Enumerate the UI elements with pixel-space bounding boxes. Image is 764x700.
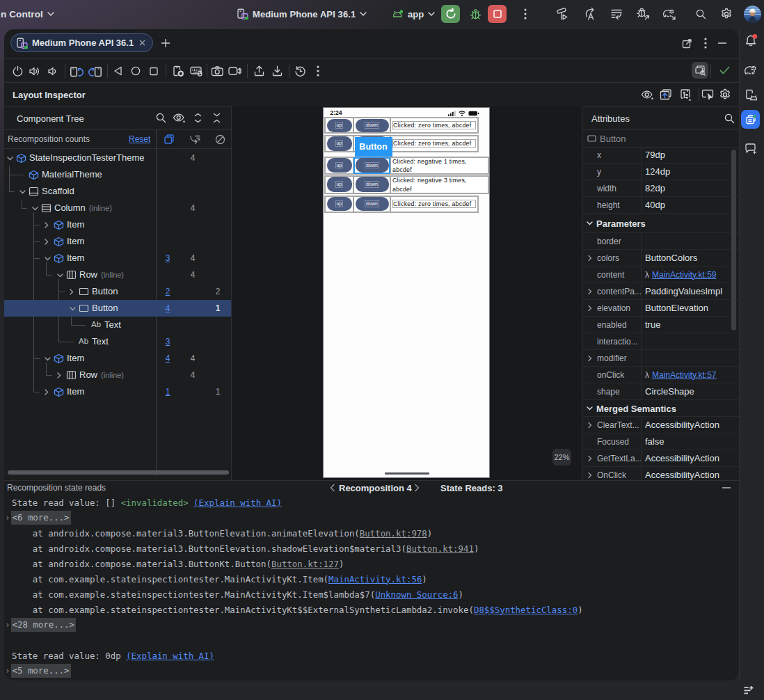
attribute-row-OnClick[interactable]: OnClick AccessibilityAction [582,467,739,480]
up-button-bounds[interactable]: up [325,176,353,193]
attribute-row-elevation[interactable]: elevation ButtonElevation [582,300,739,317]
hardware-input-icon[interactable] [187,59,205,83]
tree-expand-chevron-icon[interactable] [70,307,76,311]
source-link[interactable]: MainActivity.kt:56 [328,574,422,584]
attribute-row-modifier[interactable]: modifier [582,350,739,367]
tab-medium-phone[interactable]: Medium Phone API 36.1 [10,33,153,52]
camera-icon[interactable] [208,59,226,83]
tree-expand-chevron-icon[interactable] [32,207,38,211]
source-link[interactable]: MainActivity.kt:59 [652,270,716,280]
open-in-window-icon[interactable] [678,35,695,51]
up-button[interactable]: up [327,119,352,132]
reset-counts-link[interactable]: Reset [129,134,150,144]
minimize-icon[interactable] [714,35,731,51]
back-icon[interactable] [109,59,127,83]
tree-node-button[interactable]: Button22 [4,283,231,300]
down-button[interactable]: down [356,177,389,192]
attribute-row-x[interactable]: x 79dp [582,147,739,164]
up-button-bounds[interactable]: up [325,136,353,152]
source-link[interactable]: Button.kt:127 [271,559,339,569]
up-button[interactable]: up [327,158,352,173]
more-actions-kebab-icon[interactable] [516,5,534,23]
next-recomposition-icon[interactable] [415,484,420,492]
down-button[interactable]: down [356,197,389,211]
snapshot-export-icon[interactable] [676,86,693,103]
up-button[interactable]: up [327,197,352,211]
apply-code-changes-icon[interactable] [608,6,625,22]
down-button-bounds[interactable]: down [353,118,390,133]
tree-node-item[interactable]: Item44 [4,350,231,367]
tree-node-row[interactable]: Row(inline)4 [4,367,231,383]
down-button-bounds[interactable]: down [353,176,390,193]
tree-node-materialtheme[interactable]: MaterialTheme [4,166,231,183]
tree-node-item[interactable]: Item11 [4,383,231,400]
attribute-row-ClearText[interactable]: ClearText... AccessibilityAction [582,417,739,433]
search-everywhere-icon[interactable] [692,6,709,22]
tree-node-button-selected[interactable]: Button41 [4,300,231,317]
running-devices-icon[interactable] [742,86,760,104]
skip-count-icon[interactable] [186,131,203,148]
attribute-row-width[interactable]: width 82dp [582,180,739,197]
attribute-row-y[interactable]: y 124dp [582,164,739,180]
expand-chevron-icon[interactable] [588,288,592,294]
stop-button[interactable] [488,5,507,23]
expand-all-icon[interactable] [189,109,206,126]
power-icon[interactable] [8,59,26,83]
add-tab-button[interactable] [157,35,174,51]
up-button[interactable]: up [327,177,352,192]
up-button-bounds[interactable]: up [325,157,353,174]
tree-expand-chevron-icon[interactable] [57,273,63,278]
tree-node-text[interactable]: AbText3 [4,333,231,350]
attributes-scrollbar[interactable] [731,150,736,331]
prev-recomposition-icon[interactable] [330,484,335,492]
visibility-icon[interactable] [170,109,187,126]
tree-collapse-chevron-icon[interactable] [45,222,49,228]
expand-chevron-icon[interactable] [588,455,592,461]
source-link[interactable]: MainActivity.kt:57 [652,370,716,380]
device-settings-icon[interactable] [169,59,187,83]
expand-chevron-icon[interactable] [588,422,592,428]
tree-horizontal-scrollbar[interactable] [8,470,229,475]
down-button-bounds[interactable]: down [353,157,390,174]
section-parameters[interactable]: Parameters [582,214,739,233]
scroll-to-end-icon[interactable] [743,685,757,697]
attribute-row-content[interactable]: content λMainActivity.kt:59 [582,267,739,283]
search-icon[interactable] [724,113,735,124]
rotate-right-icon[interactable] [86,59,104,83]
refresh-capture-icon[interactable] [658,86,674,103]
toggle-layout-inspection-button[interactable] [692,62,708,79]
source-link[interactable]: (Explain with AI) [193,498,282,508]
volume-up-icon[interactable] [26,59,44,83]
source-link[interactable]: Unknown Source:6 [375,589,458,600]
ai-assistant-icon[interactable] [742,140,760,158]
view-options-icon[interactable] [639,86,655,103]
layout-inspector-icon[interactable] [741,110,760,129]
run-configuration-selector[interactable]: app [392,0,435,28]
apply-changes-icon[interactable] [582,6,598,22]
home-icon[interactable] [127,59,145,83]
source-link[interactable]: (Explain with AI) [126,651,214,661]
recomposition-count[interactable]: 2 [159,283,176,300]
expand-arrow-icon[interactable]: › [4,513,11,523]
settings-gear-icon[interactable] [718,6,735,22]
record-icon[interactable] [226,59,244,83]
source-link[interactable]: Button.kt:978 [360,528,427,539]
expand-arrow-icon[interactable]: › [4,666,11,676]
notifications-icon[interactable] [742,31,760,49]
expand-chevron-icon[interactable] [588,472,592,478]
down-button[interactable]: down [356,119,389,132]
save-icon[interactable] [268,59,286,83]
device-screen[interactable]: 2:24 up down Clicked: zero times, abcdef… [323,107,490,478]
debug-button[interactable] [466,5,484,23]
rotate-left-icon[interactable] [67,59,86,83]
attribute-row-shape[interactable]: shape CircleShape [582,383,739,400]
collapsed-frames-chip[interactable]: <28 more...> [11,618,77,632]
collapsed-frames-chip[interactable]: <5 more...> [11,664,71,678]
expand-arrow-icon[interactable]: › [4,620,11,630]
tree-collapse-chevron-icon[interactable] [70,289,74,295]
up-button-bounds[interactable]: up [325,118,353,133]
collapse-all-icon[interactable] [208,109,225,126]
up-button[interactable]: up [327,136,352,151]
down-button-bounds[interactable]: down [353,196,390,212]
attribute-row-Focused[interactable]: Focused false [582,433,739,450]
